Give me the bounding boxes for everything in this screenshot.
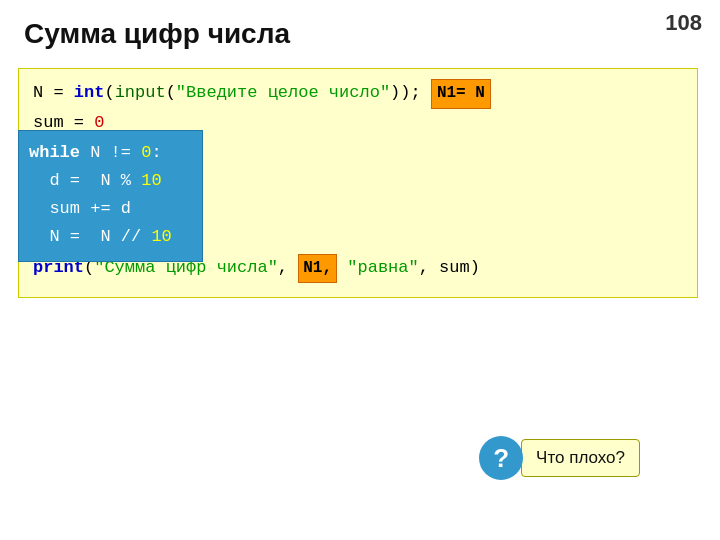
- code-line-1: N = int(input("Введите целое число")); N…: [33, 79, 683, 109]
- while-line-4: N = N // 10: [29, 223, 192, 251]
- page-title: Сумма цифр числа: [24, 18, 290, 50]
- while-line-3: sum += d: [29, 195, 192, 223]
- while-line-2: d = N % 10: [29, 167, 192, 195]
- n1-print-annotation: N1,: [298, 254, 337, 284]
- question-box: ? Что плохо?: [479, 436, 640, 480]
- page-number: 108: [665, 10, 702, 36]
- question-icon: ?: [479, 436, 523, 480]
- question-text: Что плохо?: [521, 439, 640, 477]
- n1-annotation: N1= N: [431, 79, 491, 109]
- while-line-1: while N != 0:: [29, 139, 192, 167]
- while-block: while N != 0: d = N % 10 sum += d N = N …: [18, 130, 203, 262]
